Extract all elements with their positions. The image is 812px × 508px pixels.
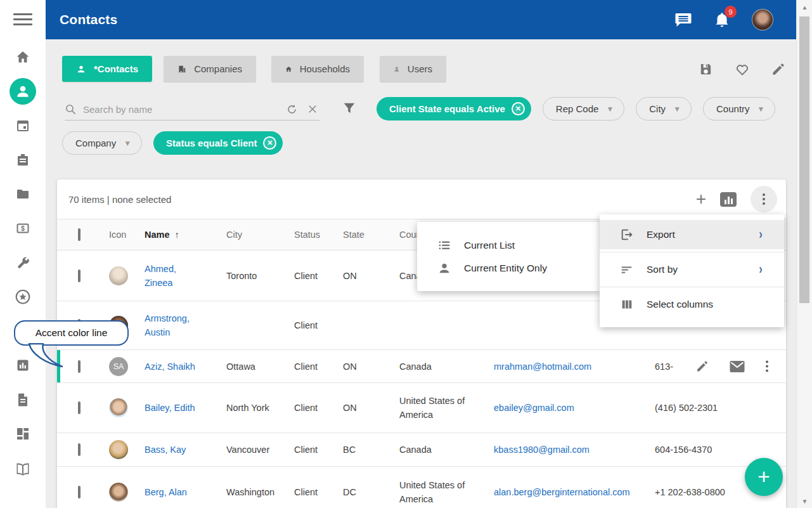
- contact-name-link[interactable]: Bass, Kay: [145, 443, 226, 457]
- row-more-dots-icon[interactable]: [766, 361, 768, 372]
- notifications-bell-icon[interactable]: 9: [714, 11, 730, 29]
- sidebar-item-contacts[interactable]: [10, 78, 36, 105]
- favorite-heart-button[interactable]: [735, 62, 749, 77]
- edit-pencil-button[interactable]: [771, 62, 785, 77]
- cell-state: DC: [343, 487, 399, 497]
- contact-name-link[interactable]: Bailey, Edith: [145, 401, 226, 415]
- remove-filter-client-state-icon[interactable]: ✕: [512, 102, 525, 115]
- remove-filter-status-icon[interactable]: ✕: [263, 136, 276, 150]
- select-all-checkbox[interactable]: [78, 228, 81, 241]
- submenu-item-current-entity-only[interactable]: Current Entity Only: [417, 257, 600, 280]
- chevron-down-icon: ▼: [673, 105, 681, 114]
- list-icon: [437, 238, 451, 252]
- table-row[interactable]: Berg, Alan Washington Client DC United S…: [57, 467, 786, 508]
- tab-users[interactable]: Users: [380, 56, 446, 82]
- cell-email[interactable]: ebailey@gmail.com: [494, 403, 655, 413]
- table-row[interactable]: SA Aziz, Shaikh Ottawa Client ON Canada …: [57, 350, 786, 383]
- cell-city: Washington: [226, 487, 294, 497]
- scroll-down-arrow-icon[interactable]: ▼: [797, 494, 812, 508]
- save-view-button[interactable]: [699, 62, 713, 77]
- tab-contacts-label: *Contacts: [94, 63, 138, 74]
- submenu-item-label: Current Entity Only: [464, 263, 547, 274]
- chat-icon[interactable]: [674, 11, 692, 28]
- menu-item-label: Select columns: [647, 299, 713, 310]
- cell-email[interactable]: mrahman@hotmail.com: [494, 361, 655, 372]
- row-hover-actions: [690, 360, 768, 373]
- row-checkbox[interactable]: [78, 401, 81, 414]
- column-header-state[interactable]: State: [343, 230, 399, 240]
- sidebar-item-calendar[interactable]: [15, 117, 31, 134]
- table-row[interactable]: Bailey, Edith North York Client ON Unite…: [57, 383, 786, 433]
- tab-companies[interactable]: Companies: [164, 56, 256, 82]
- row-checkbox[interactable]: [78, 270, 81, 282]
- scroll-up-arrow-icon[interactable]: ▲: [797, 0, 812, 14]
- cell-state: ON: [343, 271, 399, 281]
- add-contact-fab[interactable]: +: [745, 458, 783, 496]
- sidebar-item-tools[interactable]: [15, 254, 31, 271]
- cell-city: Vancouver: [226, 445, 294, 455]
- filter-dropdown-city[interactable]: City ▼: [636, 97, 692, 120]
- contact-name-link[interactable]: Berg, Alan: [145, 485, 226, 499]
- row-edit-pencil-icon[interactable]: [695, 360, 709, 373]
- add-item-icon[interactable]: +: [696, 193, 706, 205]
- filter-dropdown-city-label: City: [649, 103, 666, 114]
- search-input[interactable]: [83, 104, 286, 115]
- export-submenu: Current List Current Entity Only: [417, 222, 600, 291]
- refresh-icon[interactable]: [286, 103, 298, 115]
- contact-name-link[interactable]: Ahmed,Zineea: [145, 262, 226, 290]
- hamburger-menu-icon[interactable]: [13, 13, 32, 27]
- table-row[interactable]: Bass, Kay Vancouver Client BC Canada kba…: [57, 433, 786, 467]
- tab-users-label: Users: [408, 63, 432, 74]
- sidebar-item-tasks[interactable]: [15, 152, 31, 168]
- tab-contacts[interactable]: *Contacts: [62, 56, 152, 82]
- filter-chip-client-state[interactable]: Client State equals Active ✕: [377, 97, 531, 120]
- sidebar-item-folder[interactable]: [15, 186, 31, 202]
- contact-name-link[interactable]: Armstrong,Austin: [145, 311, 226, 339]
- cell-email[interactable]: alan.berg@berginternational.com: [494, 487, 655, 497]
- clear-search-icon[interactable]: [307, 103, 318, 115]
- filter-dropdown-rep-code[interactable]: Rep Code ▼: [543, 97, 624, 120]
- filter-dropdown-company[interactable]: Company ▼: [62, 131, 142, 155]
- list-more-menu-button[interactable]: [751, 186, 777, 212]
- cell-state: ON: [343, 403, 399, 413]
- chevron-down-icon: ▼: [606, 105, 614, 114]
- column-header-name[interactable]: Name↑: [145, 230, 226, 240]
- list-context-menu: Export › Sort by › Select columns: [600, 214, 784, 327]
- column-header-icon[interactable]: Icon: [109, 230, 145, 240]
- contact-initials-avatar: SA: [109, 357, 128, 376]
- page-scrollbar[interactable]: ▲ ▼: [796, 0, 812, 508]
- cell-country: United States of America: [399, 394, 494, 422]
- cell-status: Client: [294, 361, 343, 372]
- sidebar-item-knowledge-book[interactable]: [15, 461, 31, 478]
- sidebar-item-star[interactable]: [15, 289, 31, 305]
- cell-email[interactable]: kbass1980@gmail.com: [494, 445, 655, 455]
- filter-dropdown-country[interactable]: Country ▼: [703, 97, 775, 120]
- sidebar-item-dashboard[interactable]: [15, 426, 31, 442]
- user-avatar[interactable]: [752, 9, 773, 30]
- scrollbar-thumb[interactable]: [799, 16, 809, 303]
- list-summary: 70 items | none selected: [68, 194, 171, 205]
- callout-text: Accent color line: [14, 320, 129, 346]
- tab-households[interactable]: Households: [271, 56, 364, 82]
- menu-item-sort-by[interactable]: Sort by ›: [600, 255, 784, 284]
- menu-item-export[interactable]: Export ›: [600, 220, 784, 249]
- cell-city: Toronto: [226, 271, 294, 281]
- submenu-item-current-list[interactable]: Current List: [417, 234, 600, 257]
- sidebar-item-home[interactable]: [15, 49, 31, 65]
- chevron-down-icon: ▼: [124, 139, 131, 148]
- sidebar-item-documents[interactable]: [15, 391, 31, 408]
- row-checkbox[interactable]: [78, 486, 81, 498]
- menu-item-select-columns[interactable]: Select columns: [600, 290, 784, 319]
- column-header-status[interactable]: Status: [294, 230, 343, 240]
- column-header-city[interactable]: City: [226, 230, 294, 240]
- row-checkbox[interactable]: [78, 360, 81, 373]
- contact-name-link[interactable]: Aziz, Shaikh: [145, 360, 226, 374]
- row-checkbox[interactable]: [78, 443, 81, 456]
- filter-funnel-icon[interactable]: [342, 101, 356, 115]
- chart-view-icon[interactable]: [720, 192, 737, 207]
- filter-chip-status[interactable]: Status equals Client ✕: [153, 131, 283, 155]
- row-email-envelope-icon[interactable]: [730, 360, 745, 372]
- filter-chip-client-state-label: Client State equals Active: [389, 103, 505, 114]
- sidebar-item-billing[interactable]: $: [15, 220, 31, 237]
- filter-dropdown-company-label: Company: [75, 138, 116, 148]
